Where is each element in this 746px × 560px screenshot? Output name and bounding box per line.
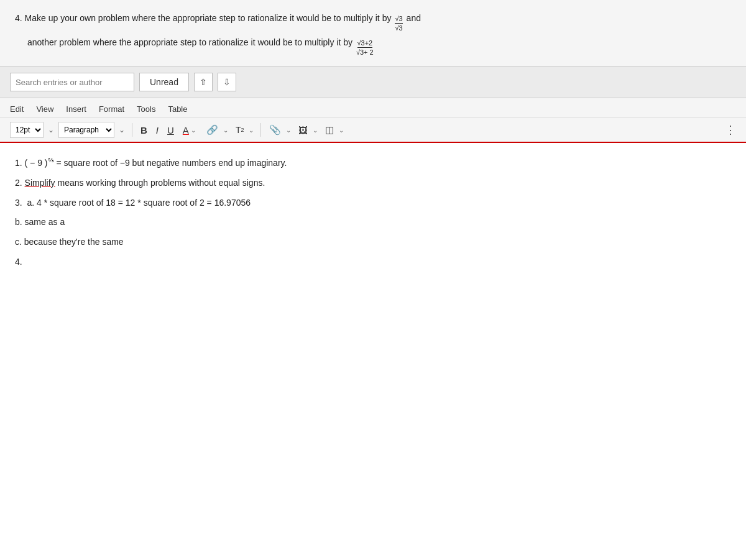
underline-label: U — [167, 125, 174, 135]
more-options-button[interactable]: ⋮ — [725, 123, 736, 137]
line2-simplify: Simplify — [25, 176, 55, 191]
paragraph-select[interactable]: Paragraph Heading 1 Heading 2 — [58, 122, 114, 138]
line6-text: 4. — [15, 255, 22, 270]
content-line-1: 1. ( − 9 )⅔ = square root of −9 but nega… — [15, 155, 731, 170]
menu-format[interactable]: Format — [99, 103, 124, 115]
fraction-1-den: √3 — [395, 24, 402, 32]
image-group: 🖼 ⌄ — [295, 122, 320, 138]
font-size-select[interactable]: 12pt 10pt 14pt 16pt — [10, 122, 44, 138]
italic-label: I — [156, 125, 159, 135]
menu-view[interactable]: View — [36, 103, 53, 115]
question-area: 4. Make up your own problem where the ap… — [0, 0, 746, 67]
expand-down-icon: ⇩ — [223, 77, 231, 87]
paragraph-dropdown-icon[interactable]: ⌄ — [117, 124, 127, 135]
line3-text: 3. a. 4 * square root of 18 = 12 * squar… — [15, 196, 251, 211]
fraction-1-num: √3 — [395, 15, 402, 24]
fraction-2: √3+2 √3+ 2 — [356, 39, 374, 56]
link-button[interactable]: 🔗 — [203, 122, 221, 138]
editor-menu: Edit View Insert Format Tools Table — [0, 98, 746, 118]
bold-button[interactable]: B — [137, 122, 150, 138]
clip-group: 📎 ⌄ — [266, 122, 293, 138]
clip-dropdown[interactable]: ⌄ — [284, 126, 293, 135]
search-input[interactable] — [10, 73, 134, 91]
question-text-2: another problem where the appropriate st… — [27, 35, 352, 49]
link-group: 🔗 ⌄ — [203, 122, 230, 138]
line2-number: 2. — [15, 176, 25, 191]
menu-tools[interactable]: Tools — [137, 103, 155, 115]
question-line-1: 4. Make up your own problem where the ap… — [15, 11, 731, 32]
t2-button[interactable]: T2 — [233, 122, 247, 138]
link-icon: 🔗 — [206, 124, 218, 135]
content-line-6: 4. — [15, 255, 731, 270]
underline-button[interactable]: U — [164, 122, 177, 138]
expand-up-button[interactable]: ⇧ — [194, 73, 213, 91]
fraction-2-num: √3+2 — [357, 39, 373, 48]
table-icon: ◫ — [325, 124, 334, 135]
table-dropdown[interactable]: ⌄ — [337, 126, 346, 135]
format-toolbar: 12pt 10pt 14pt 16pt ⌄ Paragraph Heading … — [0, 118, 746, 143]
menu-insert[interactable]: Insert — [66, 103, 86, 115]
fraction-1: √3 √3 — [395, 15, 402, 32]
link-dropdown[interactable]: ⌄ — [221, 126, 230, 135]
content-line-2: 2. Simplify means working through proble… — [15, 176, 731, 191]
menu-table[interactable]: Table — [168, 103, 187, 115]
line4-label: b. — [15, 215, 25, 230]
line4-rest: same as a — [25, 215, 65, 230]
clip-icon: 📎 — [269, 124, 281, 135]
line1-text: 1. ( − 9 )⅔ = square root of −9 but nega… — [15, 155, 287, 170]
content-line-3: 3. a. 4 * square root of 18 = 12 * squar… — [15, 196, 731, 211]
question-text-1-end: and — [407, 11, 421, 25]
bold-label: B — [140, 125, 147, 135]
menu-edit[interactable]: Edit — [10, 103, 24, 115]
toolbar-separator-2 — [260, 123, 261, 137]
table-button[interactable]: ◫ — [322, 122, 337, 138]
italic-button[interactable]: I — [153, 122, 162, 138]
clip-button[interactable]: 📎 — [266, 122, 284, 138]
content-area: 1. ( − 9 )⅔ = square root of −9 but nega… — [0, 143, 746, 560]
expand-up-icon: ⇧ — [200, 77, 207, 87]
main-container: 4. Make up your own problem where the ap… — [0, 0, 746, 560]
t2-sup: 2 — [241, 127, 244, 133]
unread-button[interactable]: Unread — [139, 73, 189, 91]
font-color-dropdown[interactable]: ⌄ — [189, 126, 198, 135]
image-dropdown[interactable]: ⌄ — [311, 126, 320, 135]
font-size-dropdown-icon[interactable]: ⌄ — [46, 124, 56, 135]
table-group: ◫ ⌄ — [322, 122, 346, 138]
line5-label: c. — [15, 235, 24, 250]
toolbar-separator-1 — [132, 123, 132, 137]
expand-down-button[interactable]: ⇩ — [218, 73, 236, 91]
image-button[interactable]: 🖼 — [295, 122, 311, 138]
font-color-button[interactable]: A ⌄ — [180, 122, 201, 138]
content-line-5: c. because they're the same — [15, 235, 731, 250]
t2-dropdown[interactable]: ⌄ — [247, 126, 256, 135]
question-line-2: another problem where the appropriate st… — [27, 35, 731, 56]
search-toolbar: Unread ⇧ ⇩ — [0, 67, 746, 98]
font-color-label: A — [183, 125, 189, 135]
line5-rest: because they're the same — [24, 235, 124, 250]
fraction-2-den: √3+ 2 — [356, 48, 374, 56]
font-color-group: A ⌄ — [180, 122, 201, 138]
question-text-1: 4. Make up your own problem where the ap… — [15, 11, 391, 25]
line2-rest: means working through problems without e… — [55, 176, 265, 191]
content-line-4: b. same as a — [15, 215, 731, 230]
t2-group: T2 ⌄ — [233, 122, 256, 138]
image-icon: 🖼 — [298, 125, 308, 135]
t2-label: T — [236, 125, 241, 135]
